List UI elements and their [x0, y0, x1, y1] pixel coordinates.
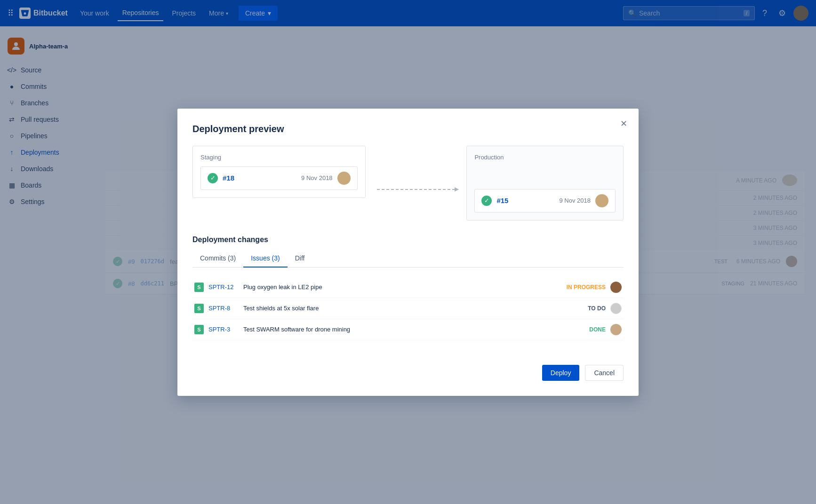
issue-row: S SPTR-8 Test shields at 5x solar flare …	[192, 298, 624, 319]
issue-row: S SPTR-12 Plug oxygen leak in LE2 pipe I…	[192, 277, 624, 298]
issues-list: S SPTR-12 Plug oxygen leak in LE2 pipe I…	[192, 277, 624, 340]
staging-user-avatar	[337, 172, 351, 185]
production-label: Production	[474, 154, 616, 161]
production-user-avatar	[595, 194, 608, 207]
issue-id[interactable]: SPTR-3	[208, 326, 239, 333]
staging-label: Staging	[200, 154, 358, 161]
production-section: Production ✓ #15 9 Nov 2018	[466, 146, 624, 220]
tab-commits[interactable]: Commits (3)	[192, 250, 243, 268]
tab-diff[interactable]: Diff	[288, 250, 312, 268]
issue-title: Plug oxygen leak in LE2 pipe	[243, 284, 559, 291]
deploy-button[interactable]: Deploy	[542, 365, 580, 381]
staging-check-icon: ✓	[208, 173, 218, 183]
deployment-preview-modal: Deployment preview ✕ Staging ✓ #18 9 Nov…	[177, 109, 639, 396]
production-build-num[interactable]: #15	[496, 197, 508, 205]
tab-issues[interactable]: Issues (3)	[243, 250, 287, 268]
production-date: 9 Nov 2018	[559, 197, 591, 204]
issue-id[interactable]: SPTR-12	[208, 284, 239, 291]
deploy-arrow	[377, 176, 456, 190]
modal-overlay[interactable]: Deployment preview ✕ Staging ✓ #18 9 Nov…	[0, 0, 816, 504]
issue-id[interactable]: SPTR-8	[208, 305, 239, 312]
staging-card: ✓ #18 9 Nov 2018	[200, 166, 358, 190]
production-check-icon: ✓	[481, 196, 492, 206]
issue-assignee-avatar	[610, 324, 622, 335]
changes-title: Deployment changes	[192, 236, 624, 244]
modal-title: Deployment preview	[192, 124, 624, 134]
staging-build-num[interactable]: #18	[223, 174, 234, 182]
cancel-button[interactable]: Cancel	[585, 365, 624, 381]
issue-type-icon: S	[194, 304, 204, 313]
issue-assignee-avatar	[610, 282, 622, 293]
issue-row: S SPTR-3 Test SWARM software for drone m…	[192, 319, 624, 340]
issue-status: TO DO	[563, 305, 606, 312]
issue-title: Test shields at 5x solar flare	[243, 305, 559, 312]
modal-footer: Deploy Cancel	[192, 355, 624, 381]
staging-box: Staging ✓ #18 9 Nov 2018	[192, 146, 366, 198]
production-box: Production ✓ #15 9 Nov 2018	[466, 146, 624, 220]
production-card: ✓ #15 9 Nov 2018	[474, 189, 616, 213]
deployment-tabs: Commits (3) Issues (3) Diff	[192, 250, 624, 268]
issue-status: IN PROGRESS	[563, 284, 606, 291]
issue-status: DONE	[563, 326, 606, 333]
issue-type-icon: S	[194, 283, 204, 292]
environments-row: Staging ✓ #18 9 Nov 2018 Production	[192, 146, 624, 220]
modal-close-button[interactable]: ✕	[616, 116, 631, 131]
staging-date: 9 Nov 2018	[301, 174, 333, 181]
issue-type-icon: S	[194, 325, 204, 334]
issue-assignee-avatar	[610, 303, 622, 314]
issue-title: Test SWARM software for drone mining	[243, 326, 559, 333]
dotted-arrow-line	[377, 189, 456, 190]
